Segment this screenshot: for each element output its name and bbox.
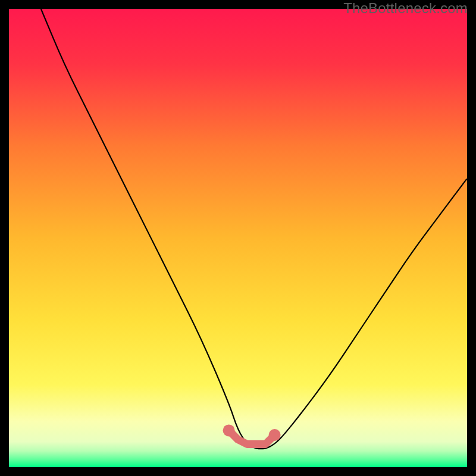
plot-area <box>9 9 467 467</box>
chart-frame: TheBottleneck.com <box>0 0 476 476</box>
optimal-range-end-icon <box>223 424 235 436</box>
gradient-background <box>9 9 467 467</box>
optimal-range-end-icon <box>269 429 281 441</box>
chart-svg <box>9 9 467 467</box>
watermark-text: TheBottleneck.com <box>343 0 468 17</box>
